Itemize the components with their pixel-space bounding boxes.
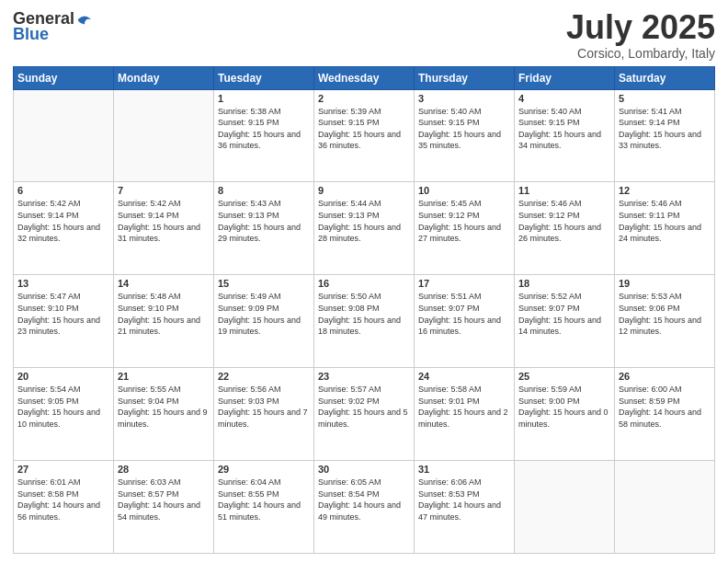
day-number: 11: [518, 185, 610, 196]
day-number: 27: [17, 464, 109, 475]
month-title: July 2025: [566, 9, 715, 46]
day-info: Sunrise: 6:04 AMSunset: 8:55 PMDaylight:…: [218, 477, 310, 523]
day-info: Sunrise: 5:57 AMSunset: 9:02 PMDaylight:…: [318, 384, 410, 430]
calendar-day-cell: 22Sunrise: 5:56 AMSunset: 9:03 PMDayligh…: [214, 368, 314, 461]
calendar-day-cell: 16Sunrise: 5:50 AMSunset: 9:08 PMDayligh…: [314, 275, 415, 368]
day-number: 24: [418, 371, 510, 382]
calendar-day-cell: 7Sunrise: 5:42 AMSunset: 9:14 PMDaylight…: [114, 182, 214, 275]
day-info: Sunrise: 6:01 AMSunset: 8:58 PMDaylight:…: [17, 477, 109, 523]
day-number: 10: [418, 185, 510, 196]
logo: General Blue: [13, 9, 93, 44]
logo-blue-text: Blue: [13, 25, 49, 44]
title-area: July 2025 Corsico, Lombardy, Italy: [566, 9, 715, 61]
day-info: Sunrise: 5:53 AMSunset: 9:06 PMDaylight:…: [619, 291, 711, 337]
day-number: 19: [619, 278, 711, 289]
calendar-week-row: 27Sunrise: 6:01 AMSunset: 8:58 PMDayligh…: [14, 461, 715, 554]
calendar-week-row: 1Sunrise: 5:38 AMSunset: 9:15 PMDaylight…: [14, 89, 715, 182]
day-number: 7: [118, 185, 210, 196]
calendar-day-cell: 4Sunrise: 5:40 AMSunset: 9:15 PMDaylight…: [515, 89, 615, 182]
day-info: Sunrise: 5:54 AMSunset: 9:05 PMDaylight:…: [17, 384, 109, 430]
calendar-day-cell: 10Sunrise: 5:45 AMSunset: 9:12 PMDayligh…: [415, 182, 515, 275]
calendar-day-cell: 31Sunrise: 6:06 AMSunset: 8:53 PMDayligh…: [415, 461, 515, 554]
calendar-day-cell: 6Sunrise: 5:42 AMSunset: 9:14 PMDaylight…: [14, 182, 114, 275]
day-number: 9: [318, 185, 410, 196]
day-info: Sunrise: 5:42 AMSunset: 9:14 PMDaylight:…: [17, 198, 109, 244]
calendar-day-cell: 25Sunrise: 5:59 AMSunset: 9:00 PMDayligh…: [515, 368, 615, 461]
day-info: Sunrise: 5:39 AMSunset: 9:15 PMDaylight:…: [318, 106, 410, 152]
calendar-day-cell: 13Sunrise: 5:47 AMSunset: 9:10 PMDayligh…: [14, 275, 114, 368]
calendar-week-row: 20Sunrise: 5:54 AMSunset: 9:05 PMDayligh…: [14, 368, 715, 461]
day-info: Sunrise: 5:46 AMSunset: 9:12 PMDaylight:…: [518, 198, 610, 244]
day-info: Sunrise: 5:56 AMSunset: 9:03 PMDaylight:…: [218, 384, 310, 430]
day-number: 22: [218, 371, 310, 382]
calendar-day-header: Saturday: [615, 66, 715, 89]
calendar-day-cell: [14, 89, 114, 182]
day-info: Sunrise: 5:51 AMSunset: 9:07 PMDaylight:…: [418, 291, 510, 337]
day-number: 15: [218, 278, 310, 289]
day-number: 16: [318, 278, 410, 289]
day-number: 1: [218, 93, 310, 104]
calendar-day-cell: 17Sunrise: 5:51 AMSunset: 9:07 PMDayligh…: [415, 275, 515, 368]
calendar-day-cell: 9Sunrise: 5:44 AMSunset: 9:13 PMDaylight…: [314, 182, 415, 275]
day-number: 8: [218, 185, 310, 196]
day-info: Sunrise: 5:49 AMSunset: 9:09 PMDaylight:…: [218, 291, 310, 337]
calendar-day-cell: 2Sunrise: 5:39 AMSunset: 9:15 PMDaylight…: [314, 89, 415, 182]
calendar-day-cell: 5Sunrise: 5:41 AMSunset: 9:14 PMDaylight…: [615, 89, 715, 182]
day-number: 20: [17, 371, 109, 382]
day-number: 2: [318, 93, 410, 104]
calendar-day-cell: 21Sunrise: 5:55 AMSunset: 9:04 PMDayligh…: [114, 368, 214, 461]
day-number: 6: [17, 185, 109, 196]
day-info: Sunrise: 5:42 AMSunset: 9:14 PMDaylight:…: [118, 198, 210, 244]
calendar-day-cell: 1Sunrise: 5:38 AMSunset: 9:15 PMDaylight…: [214, 89, 314, 182]
day-number: 12: [619, 185, 711, 196]
calendar-day-cell: 28Sunrise: 6:03 AMSunset: 8:57 PMDayligh…: [114, 461, 214, 554]
day-number: 13: [17, 278, 109, 289]
calendar-header-row: SundayMondayTuesdayWednesdayThursdayFrid…: [14, 66, 715, 89]
calendar-day-cell: 30Sunrise: 6:05 AMSunset: 8:54 PMDayligh…: [314, 461, 415, 554]
calendar-day-header: Friday: [515, 66, 615, 89]
day-info: Sunrise: 5:55 AMSunset: 9:04 PMDaylight:…: [118, 384, 210, 430]
day-number: 3: [418, 93, 510, 104]
day-number: 23: [318, 371, 410, 382]
day-number: 14: [118, 278, 210, 289]
day-number: 17: [418, 278, 510, 289]
calendar-week-row: 13Sunrise: 5:47 AMSunset: 9:10 PMDayligh…: [14, 275, 715, 368]
day-info: Sunrise: 5:50 AMSunset: 9:08 PMDaylight:…: [318, 291, 410, 337]
day-number: 18: [518, 278, 610, 289]
calendar-day-cell: 18Sunrise: 5:52 AMSunset: 9:07 PMDayligh…: [515, 275, 615, 368]
calendar-day-cell: 14Sunrise: 5:48 AMSunset: 9:10 PMDayligh…: [114, 275, 214, 368]
calendar-day-cell: 20Sunrise: 5:54 AMSunset: 9:05 PMDayligh…: [14, 368, 114, 461]
calendar-day-cell: [615, 461, 715, 554]
header: General Blue July 2025 Corsico, Lombardy…: [13, 9, 715, 61]
day-number: 30: [318, 464, 410, 475]
day-info: Sunrise: 5:58 AMSunset: 9:01 PMDaylight:…: [418, 384, 510, 430]
calendar-day-cell: 3Sunrise: 5:40 AMSunset: 9:15 PMDaylight…: [415, 89, 515, 182]
day-info: Sunrise: 5:52 AMSunset: 9:07 PMDaylight:…: [518, 291, 610, 337]
calendar-day-header: Monday: [114, 66, 214, 89]
calendar-day-cell: [114, 89, 214, 182]
day-info: Sunrise: 6:06 AMSunset: 8:53 PMDaylight:…: [418, 477, 510, 523]
day-info: Sunrise: 5:48 AMSunset: 9:10 PMDaylight:…: [118, 291, 210, 337]
day-number: 28: [118, 464, 210, 475]
day-number: 29: [218, 464, 310, 475]
day-info: Sunrise: 5:44 AMSunset: 9:13 PMDaylight:…: [318, 198, 410, 244]
day-info: Sunrise: 5:40 AMSunset: 9:15 PMDaylight:…: [518, 106, 610, 152]
day-info: Sunrise: 5:41 AMSunset: 9:14 PMDaylight:…: [619, 106, 711, 152]
day-info: Sunrise: 5:46 AMSunset: 9:11 PMDaylight:…: [619, 198, 711, 244]
calendar-day-cell: 27Sunrise: 6:01 AMSunset: 8:58 PMDayligh…: [14, 461, 114, 554]
day-number: 26: [619, 371, 711, 382]
calendar-day-cell: 8Sunrise: 5:43 AMSunset: 9:13 PMDaylight…: [214, 182, 314, 275]
day-info: Sunrise: 5:47 AMSunset: 9:10 PMDaylight:…: [17, 291, 109, 337]
location: Corsico, Lombardy, Italy: [566, 46, 715, 61]
calendar-day-cell: 12Sunrise: 5:46 AMSunset: 9:11 PMDayligh…: [615, 182, 715, 275]
day-number: 21: [118, 371, 210, 382]
calendar-day-cell: 15Sunrise: 5:49 AMSunset: 9:09 PMDayligh…: [214, 275, 314, 368]
day-number: 4: [518, 93, 610, 104]
calendar-day-cell: 24Sunrise: 5:58 AMSunset: 9:01 PMDayligh…: [415, 368, 515, 461]
calendar-table: SundayMondayTuesdayWednesdayThursdayFrid…: [13, 66, 715, 554]
day-number: 25: [518, 371, 610, 382]
calendar-day-cell: 19Sunrise: 5:53 AMSunset: 9:06 PMDayligh…: [615, 275, 715, 368]
day-info: Sunrise: 6:00 AMSunset: 8:59 PMDaylight:…: [619, 384, 711, 430]
day-info: Sunrise: 5:45 AMSunset: 9:12 PMDaylight:…: [418, 198, 510, 244]
day-number: 31: [418, 464, 510, 475]
